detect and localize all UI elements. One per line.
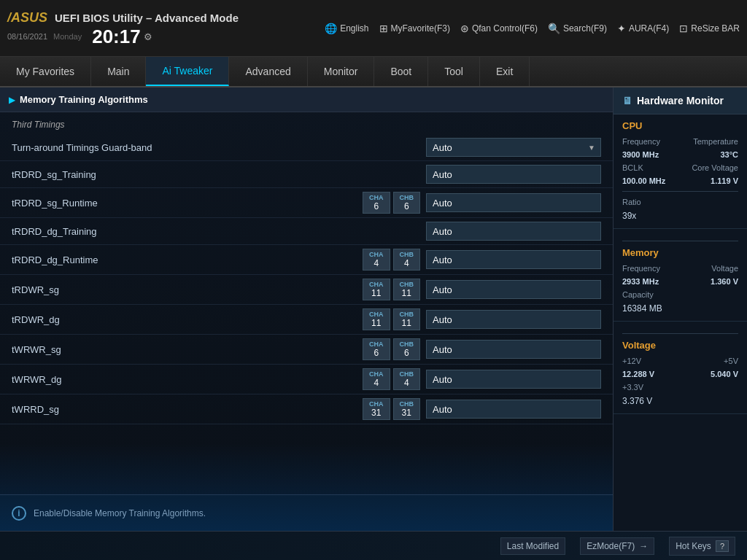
main-layout: ▶ Memory Training Algorithms Third Timin… xyxy=(0,88,747,531)
language-label: English xyxy=(340,23,368,34)
twrrd-sg-input[interactable] xyxy=(426,400,601,419)
voltage-5v-label: +5V xyxy=(724,357,738,365)
datetime-block: 08/16/2021 Monday 20:17 ⚙ xyxy=(7,27,239,46)
list-item: tRDRD_dg_Runtime CHA 4 CHB 4 xyxy=(0,245,613,275)
cpu-bclk-value-row: 100.00 MHz 1.119 V xyxy=(622,176,738,185)
trdwr-sg-input[interactable] xyxy=(426,280,601,299)
trdwr-dg-input[interactable] xyxy=(426,310,601,329)
last-modified-btn[interactable]: Last Modified xyxy=(500,537,565,555)
cha-box: CHA 4 xyxy=(363,368,390,390)
nav-my-favorites[interactable]: My Favorites xyxy=(0,57,91,86)
bios-title: UEFI BIOS Utility – Advanced Mode xyxy=(55,12,239,24)
time-display: 20:17 xyxy=(92,27,141,46)
chb-box: CHB 6 xyxy=(393,338,421,360)
hw-monitor-title: 🖥 Hardware Monitor xyxy=(614,88,747,114)
nav-ai-tweaker[interactable]: Ai Tweaker xyxy=(146,57,229,86)
nav-boot[interactable]: Boot xyxy=(374,57,428,86)
voltage-section-title: Voltage xyxy=(622,340,738,351)
nav-main[interactable]: Main xyxy=(91,57,146,86)
cha-box: CHA 6 xyxy=(363,192,390,214)
nav-exit[interactable]: Exit xyxy=(480,57,530,86)
trdrd-sg-runtime-input[interactable] xyxy=(426,193,601,212)
aura-label: AURA(F4) xyxy=(629,23,669,34)
cpu-temperature-label: Temperature xyxy=(693,137,738,146)
cpu-section-title: CPU xyxy=(622,120,738,131)
logo-title-block: /ASUS UEFI BIOS Utility – Advanced Mode xyxy=(7,10,239,26)
cpu-bclk-value: 100.00 MHz xyxy=(622,176,665,185)
trdrd-dg-runtime-input[interactable] xyxy=(426,250,601,269)
trdrd-sg-training-input[interactable] xyxy=(426,165,601,184)
qfan-btn[interactable]: ⊛ Qfan Control(F6) xyxy=(460,23,538,34)
voltage-12v-value: 12.288 V xyxy=(622,370,654,378)
cpu-frequency-label: Frequency xyxy=(622,137,660,146)
chb-box: CHB 11 xyxy=(393,279,421,300)
list-item: tWRWR_dg CHA 4 CHB 4 xyxy=(0,365,613,394)
divider xyxy=(622,191,738,192)
info-text: Enable/Disable Memory Training Algorithm… xyxy=(34,508,206,518)
mem-frequency-value: 2933 MHz xyxy=(622,277,659,286)
twrwr-dg-input[interactable] xyxy=(426,370,601,389)
chb-box: CHB 4 xyxy=(393,249,421,271)
nav-monitor[interactable]: Monitor xyxy=(308,57,375,86)
cha-chb-block: CHA 6 CHB 6 xyxy=(363,192,420,214)
search-btn[interactable]: 🔍 Search(F9) xyxy=(548,23,607,34)
breadcrumb-arrow: ▶ xyxy=(9,95,15,105)
cpu-frequency-value-row: 3900 MHz 33°C xyxy=(622,150,738,159)
cha-box: CHA 11 xyxy=(363,279,390,300)
fan-icon: ⊛ xyxy=(460,23,469,34)
ez-mode-btn[interactable]: EzMode(F7) → xyxy=(580,537,654,555)
mem-capacity-value: 16384 MB xyxy=(622,303,738,314)
list-item: tRDRD_sg_Training xyxy=(0,161,613,188)
setting-label: tRDRD_dg_Runtime xyxy=(12,254,363,265)
cpu-bclk-row: BCLK Core Voltage xyxy=(622,163,738,172)
mem-voltage-label: Voltage xyxy=(711,264,738,273)
cpu-frequency-row: Frequency Temperature xyxy=(622,137,738,146)
nav-advanced[interactable]: Advanced xyxy=(229,57,307,86)
divider xyxy=(622,241,738,241)
gear-icon[interactable]: ⚙ xyxy=(144,31,152,42)
mem-frequency-row: Frequency Voltage xyxy=(622,264,738,273)
turn-around-select[interactable]: Auto xyxy=(426,138,601,157)
cha-box: CHA 4 xyxy=(363,249,390,271)
setting-label: tWRRD_sg xyxy=(12,404,363,415)
language-selector[interactable]: 🌐 English xyxy=(325,23,368,34)
list-item: Turn-around Timings Guard-band Auto xyxy=(0,134,613,161)
nav-tool[interactable]: Tool xyxy=(428,57,480,86)
cpu-ratio-label: Ratio xyxy=(622,198,641,206)
resize-bar-btn[interactable]: ⊡ ReSize BAR xyxy=(679,23,740,34)
cpu-bclk-label: BCLK xyxy=(622,163,643,172)
globe-icon: 🌐 xyxy=(325,23,337,34)
hot-keys-label: Hot Keys xyxy=(676,541,711,551)
cha-chb-block: CHA 4 CHB 4 xyxy=(363,368,420,390)
value-select-wrapper[interactable]: Auto xyxy=(426,138,601,157)
twrwr-sg-input[interactable] xyxy=(426,340,601,359)
hw-monitor-label: Hardware Monitor xyxy=(637,95,724,106)
chb-box: CHB 11 xyxy=(393,308,421,330)
my-favorite-btn[interactable]: ⊞ MyFavorite(F3) xyxy=(379,23,450,34)
cha-chb-block: CHA 6 CHB 6 xyxy=(363,338,420,360)
content-area[interactable]: Third Timings Turn-around Timings Guard-… xyxy=(0,112,613,494)
resize-label: ReSize BAR xyxy=(691,23,740,34)
info-bar: i Enable/Disable Memory Training Algorit… xyxy=(0,494,613,531)
cha-chb-block: CHA 4 CHB 4 xyxy=(363,249,420,271)
cpu-ratio-row: Ratio xyxy=(622,198,738,206)
hot-keys-btn[interactable]: Hot Keys ? xyxy=(669,537,735,556)
breadcrumb-text: Memory Training Algorithms xyxy=(20,94,148,105)
voltage-12v-row: +12V +5V xyxy=(622,357,738,365)
trdrd-dg-training-input[interactable] xyxy=(426,222,601,241)
setting-label: tRDWR_sg xyxy=(12,284,363,295)
mem-frequency-label: Frequency xyxy=(622,264,660,273)
mem-voltage-value: 1.360 V xyxy=(711,277,738,286)
list-item: tRDWR_sg CHA 11 CHB 11 xyxy=(0,275,613,305)
list-item: tWRWR_sg CHA 6 CHB 6 xyxy=(0,335,613,365)
chb-box: CHB 31 xyxy=(393,398,421,420)
cha-chb-block: CHA 31 CHB 31 xyxy=(363,398,420,420)
aura-btn[interactable]: ✦ AURA(F4) xyxy=(617,23,669,34)
monitor-icon: 🖥 xyxy=(622,95,632,106)
resize-icon: ⊡ xyxy=(679,23,688,34)
chb-box: CHB 6 xyxy=(393,192,421,214)
bottom-bar: Last Modified EzMode(F7) → Hot Keys ? xyxy=(0,531,747,560)
qfan-label: Qfan Control(F6) xyxy=(472,23,538,34)
section-header: Third Timings xyxy=(0,115,613,134)
memory-section-title: Memory xyxy=(622,247,738,258)
